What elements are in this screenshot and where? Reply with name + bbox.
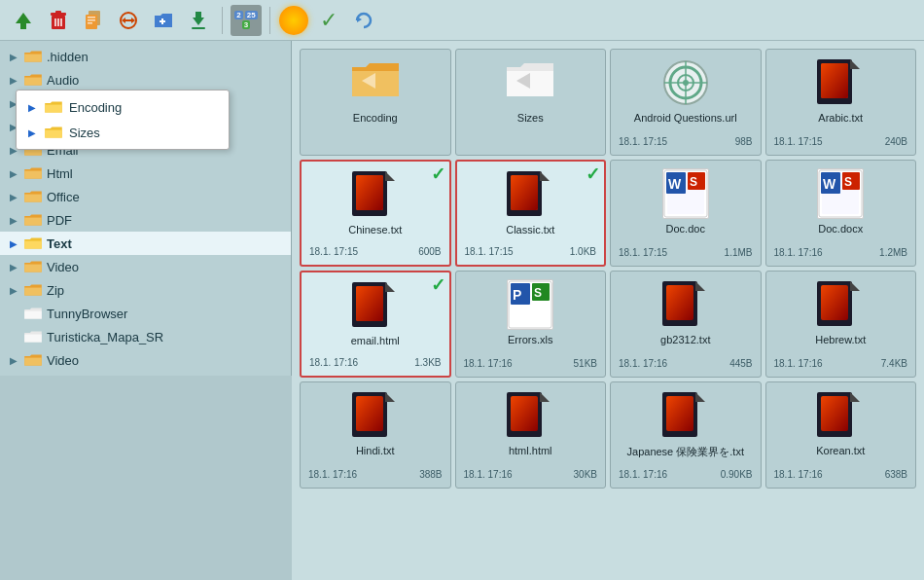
file-size-chinese: 600B xyxy=(418,246,441,257)
file-meta-chinese: 18.1. 17:15 600B xyxy=(309,242,442,257)
file-meta-docx: 18.1. 17:16 1.2MB xyxy=(774,243,908,258)
file-name-arabic: Arabic.txt xyxy=(818,112,863,124)
popup-item-encoding[interactable]: ▶ Encoding xyxy=(17,94,229,120)
badge-button[interactable]: 2 25 3 xyxy=(231,5,262,36)
file-cell-hebrew[interactable]: Hebrew.txt 18.1. 17:16 7.4KB xyxy=(765,271,917,378)
file-cell-hindi[interactable]: Hindi.txt 18.1. 17:16 388B xyxy=(300,381,451,489)
file-meta-android: 18.1. 17:15 98B xyxy=(619,132,753,147)
svg-rect-9 xyxy=(88,17,95,18)
folder-icon-video2 xyxy=(23,352,43,368)
sidebar-item-pdf[interactable]: ▶ PDF xyxy=(0,208,291,232)
file-meta-htmlhtml: 18.1. 17:16 30KB xyxy=(464,465,598,480)
svg-marker-64 xyxy=(695,281,705,291)
file-cell-sizes[interactable]: Sizes xyxy=(455,49,607,156)
file-name-doc: Doc.doc xyxy=(666,223,705,235)
badge-num1: 2 xyxy=(234,11,242,19)
file-cell-htmlhtml[interactable]: html.html 18.1. 17:16 30KB xyxy=(455,381,607,489)
svg-rect-11 xyxy=(88,22,92,24)
svg-point-28 xyxy=(683,80,689,86)
folder-icon-sizes xyxy=(505,57,555,108)
file-size-errors: 51KB xyxy=(574,358,597,369)
navigate-up-button[interactable] xyxy=(8,5,39,36)
toolbar-separator-2 xyxy=(269,7,270,34)
sidebar-item-video2[interactable]: ▶ Video xyxy=(0,348,291,372)
file-cell-docx[interactable]: W S Doc.docx 18.1. 17:16 1.2MB xyxy=(765,160,917,267)
refresh-button[interactable] xyxy=(348,5,379,36)
file-cell-doc[interactable]: W S Doc.doc 18.1. 17:15 1.1MB xyxy=(610,160,762,267)
arrow-icon-video2: ▶ xyxy=(8,354,19,366)
file-cell-arabic[interactable]: Arabic.txt 18.1. 17:15 240B xyxy=(765,49,917,156)
svg-rect-41 xyxy=(511,175,538,210)
copy-button[interactable] xyxy=(78,5,109,36)
sidebar-label-audio: Audio xyxy=(47,73,79,88)
sidebar-item-tunnybrowser[interactable]: ▶ TunnyBrowser xyxy=(0,302,291,325)
sidebar-label-turisticka: Turisticka_Mapa_SR xyxy=(47,330,163,344)
file-icon-hebrew xyxy=(815,279,866,330)
sidebar-item-text[interactable]: ▶ Text xyxy=(0,232,291,255)
file-date-doc: 18.1. 17:15 xyxy=(619,247,667,258)
svg-marker-70 xyxy=(385,392,395,402)
file-cell-encoding[interactable]: Encoding xyxy=(300,49,451,156)
svg-text:W: W xyxy=(668,176,682,192)
file-size-doc: 1.1MB xyxy=(725,247,753,258)
sidebar-item-turisticka[interactable]: ▶ Turisticka_Mapa_SR xyxy=(0,325,291,348)
file-size-docx: 1.2MB xyxy=(879,247,907,258)
file-meta-hebrew: 18.1. 17:16 7.4KB xyxy=(774,354,908,369)
folder-icon-zip xyxy=(23,282,43,298)
checkmark-classic: ✓ xyxy=(586,163,600,185)
file-cell-android[interactable]: Android Questions.url 18.1. 17:15 98B xyxy=(610,49,762,156)
file-date-gb2312: 18.1. 17:16 xyxy=(619,358,667,369)
file-cell-korean[interactable]: Korean.txt 18.1. 17:16 638B xyxy=(765,381,917,489)
file-meta-emailhtml: 18.1. 17:16 1.3KB xyxy=(309,353,442,368)
svg-text:S: S xyxy=(690,175,697,189)
sidebar-item-office[interactable]: ▶ Office xyxy=(0,185,291,208)
svg-rect-68 xyxy=(821,285,848,320)
file-size-hindi: 388B xyxy=(419,469,442,480)
check-button[interactable]: ✓ xyxy=(313,5,344,36)
content-area: Encoding Sizes xyxy=(292,41,924,580)
file-size-hebrew: 7.4KB xyxy=(881,358,907,369)
file-cell-errors[interactable]: P S Errors.xls 18.1. 17:16 51KB xyxy=(455,271,607,378)
svg-text:S: S xyxy=(844,175,852,189)
sidebar-item-hidden[interactable]: ▶ .hidden xyxy=(0,45,291,68)
arrow-icon-office: ▶ xyxy=(8,191,19,202)
file-grid: Encoding Sizes xyxy=(300,49,916,489)
file-date-errors: 18.1. 17:16 xyxy=(464,358,513,369)
sidebar-item-zip[interactable]: ▶ Zip xyxy=(0,278,291,302)
svg-rect-71 xyxy=(356,396,383,431)
arrow-icon-hidden: ▶ xyxy=(8,51,19,62)
svg-marker-15 xyxy=(122,18,125,23)
file-meta-arabic: 18.1. 17:15 240B xyxy=(774,132,908,147)
move-button[interactable] xyxy=(113,5,144,36)
download-button[interactable] xyxy=(183,5,214,36)
arrow-icon-video: ▶ xyxy=(8,261,19,272)
sidebar-item-html[interactable]: ▶ Html xyxy=(0,162,291,185)
file-meta-classic: 18.1. 17:15 1.0KB xyxy=(465,242,597,257)
file-cell-chinese[interactable]: ✓ xyxy=(300,160,451,267)
file-cell-gb2312[interactable]: gb2312.txt 18.1. 17:16 445B xyxy=(610,271,762,378)
file-cell-emailhtml[interactable]: ✓ xyxy=(300,271,451,378)
new-folder-button[interactable] xyxy=(148,5,179,36)
file-icon-htmlhtml xyxy=(505,390,555,441)
folder-icon-hidden xyxy=(23,49,43,64)
file-date-classic: 18.1. 17:15 xyxy=(465,246,514,257)
file-cell-japanese[interactable]: Japanese 保険業界を.txt 18.1. 17:16 0.90KB xyxy=(610,381,762,489)
sun-button[interactable] xyxy=(278,5,309,36)
svg-rect-80 xyxy=(821,396,848,431)
popup-item-sizes[interactable]: ▶ Sizes xyxy=(17,120,229,145)
sidebar-item-video[interactable]: ▶ Video xyxy=(0,255,291,278)
svg-marker-79 xyxy=(850,392,860,402)
svg-rect-57 xyxy=(356,286,383,321)
folder-icon-html xyxy=(23,165,43,181)
svg-rect-19 xyxy=(192,27,205,29)
checkmark-chinese: ✓ xyxy=(431,163,445,185)
folder-icon-video xyxy=(23,259,43,274)
folder-icon-pdf xyxy=(23,212,43,228)
sidebar-label-zip: Zip xyxy=(47,283,64,298)
sidebar-item-audio[interactable]: ▶ Audio xyxy=(0,68,291,91)
badge-icon: 2 25 3 xyxy=(231,5,262,36)
delete-button[interactable] xyxy=(43,5,74,36)
folder-icon-audio xyxy=(23,72,43,88)
file-cell-classic[interactable]: ✓ xyxy=(455,160,607,267)
svg-rect-3 xyxy=(55,11,61,14)
